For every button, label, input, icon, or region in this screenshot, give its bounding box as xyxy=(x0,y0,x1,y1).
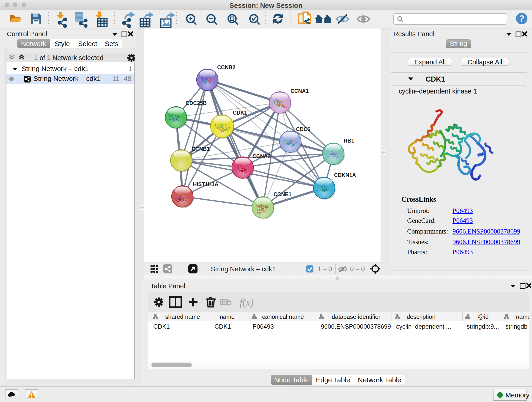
svg-text:namespace: namespace xyxy=(516,313,529,320)
svg-text:CCNB1: CCNB1 xyxy=(191,146,210,152)
svg-text:?: ? xyxy=(519,14,524,23)
svg-text:CCNB2: CCNB2 xyxy=(217,64,235,70)
svg-text:database identifier: database identifier xyxy=(332,313,380,320)
svg-text:CDC6: CDC6 xyxy=(296,126,310,132)
svg-text:canonical name: canonical name xyxy=(262,313,304,320)
svg-text:HIST1H1A: HIST1H1A xyxy=(193,181,218,187)
svg-text:9606.ENSP00000378699: 9606.ENSP00000378699 xyxy=(321,323,391,330)
svg-text:CCNA1: CCNA1 xyxy=(291,88,309,94)
svg-text:String Network – cdk1: String Network – cdk1 xyxy=(211,265,276,273)
svg-text:name: name xyxy=(220,313,234,320)
svg-text:cyclin–dependent ...: cyclin–dependent ... xyxy=(396,323,451,330)
svg-text:CDK1: CDK1 xyxy=(233,110,247,116)
svg-text:shared name: shared name xyxy=(165,313,200,320)
svg-text:RB1: RB1 xyxy=(344,138,354,144)
svg-text:0 – 0: 0 – 0 xyxy=(350,265,365,273)
svg-text:f(x): f(x) xyxy=(240,297,254,308)
svg-text:CDC25B: CDC25B xyxy=(186,100,207,106)
svg-text:CDK1: CDK1 xyxy=(153,323,170,330)
svg-text:P06493: P06493 xyxy=(253,323,274,330)
svg-text:@id: @id xyxy=(478,313,489,320)
svg-text:CCNA2: CCNA2 xyxy=(253,153,271,159)
svg-text:description: description xyxy=(407,313,436,320)
svg-text:CCNE1: CCNE1 xyxy=(273,191,291,197)
svg-text:stringdb: stringdb xyxy=(505,323,527,330)
svg-text:1 – 0: 1 – 0 xyxy=(317,265,332,273)
svg-text:CDKN1A: CDKN1A xyxy=(334,172,356,178)
svg-text:stringdb:9...: stringdb:9... xyxy=(467,323,499,330)
svg-text:CDK1: CDK1 xyxy=(215,323,231,330)
